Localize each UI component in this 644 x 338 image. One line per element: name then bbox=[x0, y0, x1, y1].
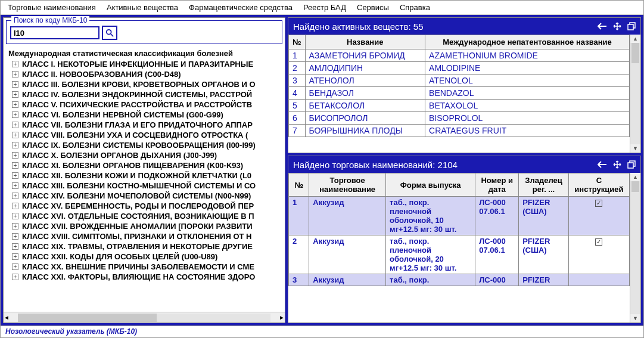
tree-item-label: КЛАСС VIII. БОЛЕЗНИ УХА И СОСЦЕВИДНОГО О… bbox=[22, 131, 248, 139]
table-row[interactable]: 1АЗАМЕТОНИЯ БРОМИДAZAMETHONIUM BROMIDE bbox=[289, 49, 630, 62]
horizontal-scrollbar[interactable]: ◄ ► bbox=[4, 312, 285, 323]
col-owner[interactable]: Зладелец рег. ... bbox=[519, 173, 569, 197]
tree-item-label: КЛАСС V. ПСИХИЧЕСКИЕ РАССТРОЙСТВА И РАСС… bbox=[22, 100, 252, 109]
menu-trade-names[interactable]: Торговые наименования bbox=[8, 3, 96, 12]
col-instr[interactable]: С инструкцией bbox=[568, 173, 629, 197]
expand-icon[interactable]: + bbox=[12, 162, 18, 169]
tree-item[interactable]: +КЛАСС XV. БЕРЕМЕННОСТЬ, РОДЫ И ПОСЛЕРОД… bbox=[6, 201, 282, 211]
col-num[interactable]: № bbox=[289, 173, 309, 197]
expand-icon[interactable]: + bbox=[12, 203, 18, 209]
svg-line-1 bbox=[111, 34, 113, 36]
tree-item[interactable]: +КЛАСС XX. ВНЕШНИЕ ПРИЧИНЫ ЗАБОЛЕВАЕМОСТ… bbox=[6, 262, 282, 272]
expand-icon[interactable]: + bbox=[12, 213, 18, 219]
table-row[interactable]: 2Аккузидтаб., покр. пленочной оболочкой,… bbox=[289, 235, 630, 274]
col-inn[interactable]: Международное непатентованное название bbox=[425, 35, 630, 49]
tree-item[interactable]: +КЛАСС IX. БОЛЕЗНИ СИСТЕМЫ КРОВООБРАЩЕНИ… bbox=[6, 140, 282, 150]
substances-header: Найдено активных веществ: 55 bbox=[288, 18, 640, 35]
tree-item[interactable]: +КЛАСС VII. БОЛЕЗНИ ГЛАЗА И ЕГО ПРИДАТОЧ… bbox=[6, 120, 282, 130]
table-row[interactable]: 5БЕТАКСОЛОЛBETAXOLOL bbox=[289, 100, 630, 112]
windows-icon[interactable] bbox=[627, 160, 636, 169]
tree-item[interactable]: +КЛАСС XXI. ФАКТОРЫ, ВЛИЯЮЩИЕ НА СОСТОЯН… bbox=[6, 272, 282, 282]
icd-tree[interactable]: Международная статистическая классификац… bbox=[4, 46, 285, 312]
checkbox-icon[interactable]: ✓ bbox=[595, 200, 602, 207]
trade-table[interactable]: № Торговое наименование Форма выпуска Но… bbox=[288, 173, 630, 286]
tree-root[interactable]: Международная статистическая классификац… bbox=[6, 48, 282, 59]
menu-bad[interactable]: Реестр БАД bbox=[303, 3, 346, 12]
back-arrow-icon[interactable] bbox=[598, 161, 607, 168]
expand-icon[interactable]: + bbox=[12, 91, 18, 98]
substances-table[interactable]: № Название Международное непатентованное… bbox=[288, 35, 630, 137]
tree-item[interactable]: +КЛАСС XXII. КОДЫ ДЛЯ ОСОБЫХ ЦЕЛЕЙ (U00-… bbox=[6, 252, 282, 262]
expand-icon[interactable]: + bbox=[12, 172, 18, 179]
expand-icon[interactable]: + bbox=[12, 81, 18, 88]
trade-scrollbar[interactable]: ▲ ▼ bbox=[630, 173, 640, 323]
col-num[interactable]: № bbox=[289, 35, 306, 49]
table-row[interactable]: 3АТЕНОЛОЛATENOLOL bbox=[289, 75, 630, 87]
left-pane: Поиск по коду МКБ-10 Международная стати… bbox=[3, 17, 285, 323]
menu-pharma[interactable]: Фармацевтические средства bbox=[189, 3, 293, 12]
search-button[interactable] bbox=[102, 26, 117, 40]
tree-item-label: КЛАСС XVIII. СИМПТОМЫ, ПРИЗНАКИ И ОТКЛОН… bbox=[22, 232, 251, 241]
tree-item-label: КЛАСС VII. БОЛЕЗНИ ГЛАЗА И ЕГО ПРИДАТОЧН… bbox=[22, 120, 253, 129]
search-icon bbox=[105, 29, 114, 37]
tree-item[interactable]: +КЛАСС XIX. ТРАВМЫ, ОТРАВЛЕНИЯ И НЕКОТОР… bbox=[6, 241, 282, 252]
expand-icon[interactable]: + bbox=[12, 61, 18, 67]
expand-icon[interactable]: + bbox=[12, 233, 18, 240]
tree-item[interactable]: +КЛАСС XVIII. СИМПТОМЫ, ПРИЗНАКИ И ОТКЛО… bbox=[6, 231, 282, 241]
tree-item-label: КЛАСС XIX. ТРАВМЫ, ОТРАВЛЕНИЯ И НЕКОТОРЫ… bbox=[22, 242, 253, 251]
main-area: Поиск по коду МКБ-10 Международная стати… bbox=[1, 15, 643, 325]
move-icon[interactable] bbox=[613, 22, 621, 30]
menu-services[interactable]: Сервисы bbox=[357, 3, 389, 12]
col-trade-name[interactable]: Торговое наименование bbox=[309, 173, 386, 197]
tree-item[interactable]: +КЛАСС IV. БОЛЕЗНИ ЭНДОКРИННОЙ СИСТЕМЫ, … bbox=[6, 89, 282, 100]
col-reg[interactable]: Номер и дата bbox=[475, 173, 519, 197]
tree-item[interactable]: +КЛАСС VIII. БОЛЕЗНИ УХА И СОСЦЕВИДНОГО … bbox=[6, 130, 282, 140]
tree-item[interactable]: +КЛАСС XII. БОЛЕЗНИ КОЖИ И ПОДКОЖНОЙ КЛЕ… bbox=[6, 170, 282, 181]
tree-item-label: КЛАСС XVI. ОТДЕЛЬНЫЕ СОСТОЯНИЯ, ВОЗНИКАЮ… bbox=[22, 212, 254, 221]
tree-item[interactable]: +КЛАСС XVI. ОТДЕЛЬНЫЕ СОСТОЯНИЯ, ВОЗНИКА… bbox=[6, 211, 282, 221]
expand-icon[interactable]: + bbox=[12, 101, 18, 108]
tree-item[interactable]: +КЛАСС III. БОЛЕЗНИ КРОВИ, КРОВЕТВОРНЫХ … bbox=[6, 79, 282, 89]
tree-item[interactable]: +КЛАСС XI. БОЛЕЗНИ ОРГАНОВ ПИЩЕВАРЕНИЯ (… bbox=[6, 160, 282, 170]
expand-icon[interactable]: + bbox=[12, 263, 18, 270]
expand-icon[interactable]: + bbox=[12, 122, 18, 128]
expand-icon[interactable]: + bbox=[12, 193, 18, 199]
menu-active-substances[interactable]: Активные вещества bbox=[107, 3, 178, 12]
expand-icon[interactable]: + bbox=[12, 274, 18, 280]
table-row[interactable]: 4БЕНДАЗОЛBENDAZOL bbox=[289, 87, 630, 100]
search-input[interactable] bbox=[10, 26, 99, 39]
tree-item[interactable]: +КЛАСС XVII. ВРОЖДЕННЫЕ АНОМАЛИИ [ПОРОКИ… bbox=[6, 221, 282, 231]
substances-scrollbar[interactable]: ▲ ▼ bbox=[630, 35, 640, 153]
move-icon[interactable] bbox=[613, 160, 621, 169]
table-row[interactable]: 3Аккузидтаб., покр.ЛС-000PFIZER bbox=[289, 274, 630, 286]
col-name[interactable]: Название bbox=[305, 35, 425, 49]
back-arrow-icon[interactable] bbox=[598, 23, 607, 30]
tree-item[interactable]: +КЛАСС XIII. БОЛЕЗНИ КОСТНО-МЫШЕЧНОЙ СИС… bbox=[6, 181, 282, 191]
expand-icon[interactable]: + bbox=[12, 182, 18, 189]
expand-icon[interactable]: + bbox=[12, 243, 18, 250]
tree-item[interactable]: +КЛАСС X. БОЛЕЗНИ ОРГАНОВ ДЫХАНИЯ (J00-J… bbox=[6, 150, 282, 160]
table-row[interactable]: 7БОЯРЫШНИКА ПЛОДЫCRATAEGUS FRUIT bbox=[289, 125, 630, 137]
expand-icon[interactable]: + bbox=[12, 253, 18, 260]
tree-item[interactable]: +КЛАСС XIV. БОЛЕЗНИ МОЧЕПОЛОВОЙ СИСТЕМЫ … bbox=[6, 191, 282, 201]
tree-item[interactable]: +КЛАСС II. НОВООБРАЗОВАНИЯ (C00-D48) bbox=[6, 69, 282, 79]
windows-icon[interactable] bbox=[627, 22, 636, 30]
menu-help[interactable]: Справка bbox=[400, 3, 430, 12]
tree-item[interactable]: +КЛАСС VI. БОЛЕЗНИ НЕРВНОЙ СИСТЕМЫ (G00-… bbox=[6, 110, 282, 120]
expand-icon[interactable]: + bbox=[12, 223, 18, 230]
expand-icon[interactable]: + bbox=[12, 132, 18, 138]
tree-item[interactable]: +КЛАСС V. ПСИХИЧЕСКИЕ РАССТРОЙСТВА И РАС… bbox=[6, 100, 282, 110]
expand-icon[interactable]: + bbox=[12, 71, 18, 77]
scroll-right-icon[interactable]: ► bbox=[279, 314, 285, 321]
checkbox-icon[interactable]: ✓ bbox=[595, 238, 602, 246]
col-form[interactable]: Форма выпуска bbox=[386, 173, 475, 197]
scroll-left-icon[interactable]: ◄ bbox=[4, 314, 10, 321]
search-group-title: Поиск по коду МКБ-10 bbox=[11, 16, 89, 24]
table-row[interactable]: 6БИСОПРОЛОЛBISOPROLOL bbox=[289, 112, 630, 125]
expand-icon[interactable]: + bbox=[12, 142, 18, 148]
tree-item[interactable]: +КЛАСС I. НЕКОТОРЫЕ ИНФЕКЦИОННЫЕ И ПАРАЗ… bbox=[6, 59, 282, 69]
expand-icon[interactable]: + bbox=[12, 152, 18, 159]
expand-icon[interactable]: + bbox=[12, 111, 18, 118]
table-row[interactable]: 1Аккузидтаб., покр. пленочной оболочкой,… bbox=[289, 197, 630, 235]
table-row[interactable]: 2АМЛОДИПИНAMLODIPINE bbox=[289, 62, 630, 75]
